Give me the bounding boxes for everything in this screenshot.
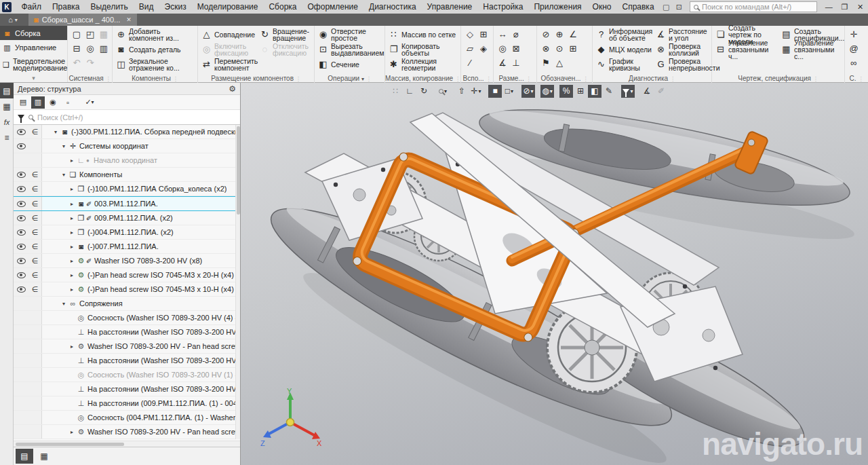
tree-view-composition-icon[interactable]: ▥ [31,96,45,109]
geometry-collection-button[interactable]: ✱Коллекция геометрии [387,57,458,72]
aux-axis-icon[interactable]: ∕ [463,56,477,69]
grid-array-button[interactable]: ∷Массив по сетке [387,27,458,42]
service-link-icon[interactable]: ∞ [847,56,861,69]
expander-icon[interactable] [60,172,68,178]
notation-base-icon[interactable]: ⊙ [553,42,566,55]
menu-sketch[interactable]: Эскиз [159,0,192,14]
rotation-rotation-button[interactable]: ↻Вращение-вращение [258,27,312,42]
orientation-icon[interactable]: ⇧ [455,85,469,98]
aux-offset-plane-icon[interactable]: ▱ [463,42,477,55]
mate-indicator-icon[interactable] [28,254,42,267]
toolbar-drag-handle[interactable]: ∷ [389,85,402,98]
ribbon-tab-management[interactable]: ▥Управление [0,40,67,54]
expander-icon[interactable] [60,143,68,149]
tab-close-icon[interactable]: ✕ [126,16,132,23]
home-button[interactable]: ⌂▾ [0,14,26,26]
shaded-display-icon[interactable]: ■ [488,85,502,98]
datum-icon[interactable]: ⊥ [509,56,523,69]
linear-dimension-icon[interactable]: ↔ [496,28,509,41]
print-icon[interactable]: ⊟ [70,42,83,55]
visibility-eye-icon[interactable] [17,272,26,278]
minimize-button[interactable]: — [821,1,837,13]
menu-management[interactable]: Управление [422,0,478,14]
expander-icon[interactable] [60,301,68,307]
simple-hole-button[interactable]: ◉Отверстие простое [317,27,382,42]
tree-vertical-scrollbar[interactable] [235,125,240,439]
tree-row-root-assembly[interactable]: ◙ (-)300.РМ1.112.ПИА. Сборка передней по… [14,125,240,139]
mass-properties-button[interactable]: ◆МЦХ модели [595,42,653,57]
document-tab[interactable]: ◙ Сборка_шасси _ 400... ✕ [28,14,137,26]
new-document-icon[interactable]: ▢ [70,28,83,41]
mate-indicator-icon[interactable] [28,225,42,239]
collision-check-button[interactable]: ⊗Проверка коллизий [654,42,711,57]
expander-icon[interactable] [68,229,76,236]
visibility-eye-icon[interactable] [17,186,26,192]
sketch-mode-icon[interactable]: ✎ [602,85,616,98]
menu-view[interactable]: Вид [134,0,159,14]
expander-icon[interactable] [68,429,76,435]
angle-dimension-icon[interactable]: ∡ [496,56,509,69]
curvature-graph-button[interactable]: ∿График кривизны [595,57,653,72]
layers-panel-button[interactable]: ≡ [0,130,14,145]
save-icon[interactable]: ▦ [97,28,111,41]
mate-indicator-icon[interactable] [28,211,42,225]
section-view-icon[interactable]: ◧ [588,85,601,98]
snaps-icon[interactable]: % [559,85,573,98]
visibility-eye-icon[interactable] [17,201,26,207]
visibility-eye-icon[interactable] [17,143,26,149]
expander-icon[interactable] [68,244,76,250]
rotate-placement-icon[interactable]: ↻ [417,85,431,98]
ribbon-tab-solid[interactable]: ❑Твердотельное моделирование [0,54,67,75]
copy-objects-button[interactable]: ❐Копировать объекты [387,42,458,57]
ribbon-collapse-icon[interactable]: ▾ [0,75,67,81]
menu-assembly[interactable]: Сборка [263,0,302,14]
notation-angle-icon[interactable]: ∠ [566,28,580,41]
expander-icon[interactable] [68,201,76,207]
tree-row-components[interactable]: ❏ Компоненты [14,168,240,182]
menu-applications[interactable]: Приложения [528,0,587,14]
tree-row-mate-distance-1[interactable]: ⊥ На расстоянии (Washer ISO 7089-3-200 H… [14,325,240,339]
visibility-eye-icon[interactable] [17,258,26,264]
service-add-icon[interactable]: ✛ [847,28,861,41]
continuity-check-button[interactable]: GПроверка непрерывности [654,57,711,72]
visibility-eye-icon[interactable] [17,244,26,250]
parameters-tab-icon[interactable]: ▦ [35,449,53,464]
move-component-button[interactable]: ⇄Переместить компонент [200,57,257,72]
expander-icon[interactable] [68,343,76,350]
tree-horizontal-scrollbar[interactable] [14,441,240,447]
dimension-box-icon[interactable]: ⊠ [509,42,523,55]
app-logo-icon[interactable]: K [2,2,12,12]
tree-row-mate-distance-3[interactable]: ⊥ На расстоянии (Washer ISO 7089-3-200 H… [14,382,240,396]
menu-select[interactable]: Выделить [85,0,133,14]
menu-edit[interactable]: Правка [47,0,85,14]
restore-button[interactable]: ❐ [837,1,852,13]
tree-row-screw-10[interactable]: ⚙ (-)Pan head screw ISO 7045-M3 x 10-H (… [14,282,240,297]
tree-row-mate-pair-2[interactable]: ⚙ Washer ISO 7089-3-200 HV - Pan head sc… [14,425,240,439]
menu-settings[interactable]: Настройка [477,0,528,14]
redo-icon[interactable]: ↷ [83,56,97,69]
hide-objects-icon[interactable]: ⊘▾ [521,85,535,98]
mate-indicator-icon[interactable] [28,197,42,210]
expander-icon[interactable] [52,129,60,135]
menu-window[interactable]: Окно [587,0,617,14]
disable-fix-button[interactable]: ◌Отключить фиксацию [258,42,312,57]
notation-flag-icon[interactable]: ⚑ [539,56,553,69]
object-info-button[interactable]: ?Информация об объекте [595,27,653,42]
variables-panel-button[interactable]: fx [0,114,14,130]
view-axes-icon[interactable]: ✛▾ [469,85,483,98]
tree-row-mate-coaxial-1[interactable]: ◎ Соосность (Washer ISO 7089-3-200 HV (4… [14,311,240,325]
cut-extrude-button[interactable]: ⊡Вырезать выдавливанием [317,42,382,57]
visibility-eye-icon[interactable] [17,129,26,135]
menu-modeling[interactable]: Моделирование [192,0,264,14]
open-document-icon[interactable]: ◰ [83,28,97,41]
undo-icon[interactable]: ↶ [70,56,83,69]
service-find-icon[interactable]: @ [847,42,861,55]
tree-row-mate-pair-1[interactable]: ⚙ Washer ISO 7089-3-200 HV - Pan head sc… [14,339,240,354]
coincident-mate-button[interactable]: △Совпадение [200,27,257,42]
notation-tolerance-icon[interactable]: ⊗ [539,42,553,55]
expander-icon[interactable] [68,157,76,164]
parameters-panel-button[interactable]: ▦ [0,98,14,114]
notation-mark-icon[interactable]: ⊞ [566,42,580,55]
mate-indicator-icon[interactable] [28,125,42,138]
tree-row-screw-20[interactable]: ⚙ (-)Pan head screw ISO 7045-M3 x 20-H (… [14,268,240,282]
